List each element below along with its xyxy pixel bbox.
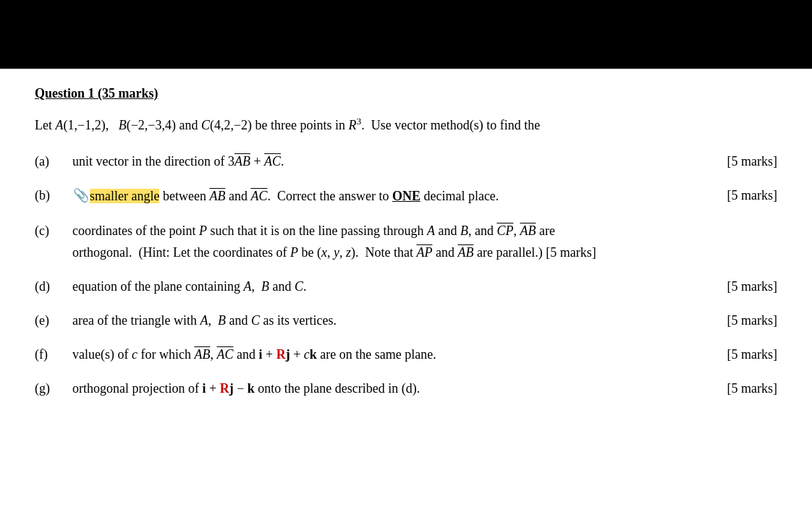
point-a: A bbox=[56, 118, 64, 132]
part-f-content: value(s) of c for which AB, AC and i + R… bbox=[72, 344, 712, 365]
vec-ap: AP bbox=[416, 245, 432, 260]
part-b-content: 📎smaller angle between AB and AC. Correc… bbox=[72, 185, 712, 208]
vec-ab-b: AB bbox=[209, 189, 225, 203]
black-bar bbox=[0, 0, 812, 69]
intro-text: Let A(1,−1,2), B(−2,−3,4) and C(4,2,−2) … bbox=[35, 114, 777, 135]
part-e-label: (e) bbox=[35, 310, 72, 331]
vec-ac-b: AC bbox=[250, 189, 267, 203]
vec-ab-a: AB bbox=[234, 154, 250, 169]
part-f: (f) value(s) of c for which AB, AC and i… bbox=[35, 344, 777, 365]
point-c: C bbox=[201, 118, 210, 132]
part-c-label: (c) bbox=[35, 221, 72, 242]
part-d-label: (d) bbox=[35, 276, 72, 297]
part-d-marks: [5 marks] bbox=[712, 276, 777, 297]
vec-ac-a: AC bbox=[264, 154, 281, 169]
part-e-marks: [5 marks] bbox=[712, 310, 777, 331]
part-c-content-line2: orthogonal. (Hint: Let the coordinates o… bbox=[72, 242, 777, 263]
vec-cp: CP bbox=[496, 223, 513, 238]
part-e-content: area of the triangle with A, B and C as … bbox=[72, 310, 712, 331]
part-d: (d) equation of the plane containing A, … bbox=[35, 276, 777, 297]
vec-ac-f: AC bbox=[216, 347, 233, 362]
part-g: (g) orthogonal projection of i + Rj − k … bbox=[35, 378, 777, 399]
part-b: (b) 📎smaller angle between AB and AC. Co… bbox=[35, 185, 777, 208]
part-c: (c) coordinates of the point P such that… bbox=[35, 221, 777, 264]
R3: R bbox=[349, 118, 357, 132]
part-f-marks: [5 marks] bbox=[712, 344, 777, 365]
part-b-marks: [5 marks] bbox=[712, 185, 777, 206]
part-a-label: (a) bbox=[35, 151, 72, 172]
part-a-content: unit vector in the direction of 3AB + AC… bbox=[72, 151, 712, 172]
point-b: B bbox=[119, 118, 127, 132]
part-g-label: (g) bbox=[35, 378, 72, 399]
R-g: R bbox=[220, 381, 229, 396]
question-title: Question 1 (35 marks) bbox=[35, 86, 777, 101]
part-f-label: (f) bbox=[35, 344, 72, 365]
part-c-indent bbox=[35, 242, 72, 263]
part-d-content: equation of the plane containing A, B an… bbox=[72, 276, 712, 297]
part-a: (a) unit vector in the direction of 3AB … bbox=[35, 151, 777, 172]
R-f: R bbox=[276, 347, 286, 362]
part-g-marks: [5 marks] bbox=[712, 378, 777, 399]
vec-ab-c1: AB bbox=[520, 223, 536, 238]
highlight-smaller-angle: smaller angle bbox=[90, 189, 159, 203]
one-label: ONE bbox=[392, 189, 420, 203]
part-c-content-line1: coordinates of the point P such that it … bbox=[72, 221, 777, 242]
part-e: (e) area of the triangle with A, B and C… bbox=[35, 310, 777, 331]
part-a-marks: [5 marks] bbox=[712, 151, 777, 172]
vec-ab-c2: AB bbox=[457, 245, 473, 260]
vec-ab-f: AB bbox=[194, 347, 210, 362]
main-content: Question 1 (35 marks) Let A(1,−1,2), B(−… bbox=[0, 69, 812, 429]
part-b-label: (b) bbox=[35, 185, 72, 208]
part-g-content: orthogonal projection of i + Rj − k onto… bbox=[72, 378, 712, 399]
